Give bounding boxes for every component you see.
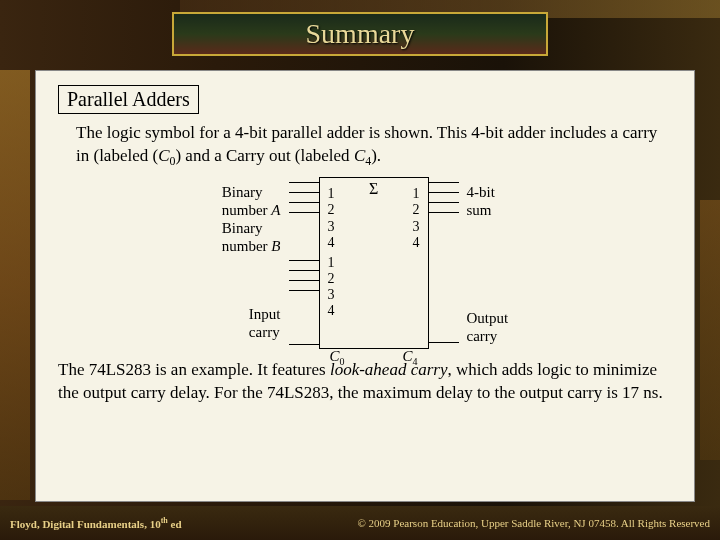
pin-a3: 3 [328,219,335,235]
pin-s2: 2 [413,202,420,218]
c0-label: C0 [330,348,345,367]
c0-c: C [330,348,340,364]
c0-s: 0 [340,356,345,367]
pin-b3: 3 [328,287,335,303]
pins-left: 1 2 3 4 1 2 3 4 [328,186,335,344]
p1-c4-c: C [354,146,365,165]
label-a-italic: A [271,202,280,218]
pin-b4: 4 [328,303,335,319]
p1-c0-c: C [158,146,169,165]
label-sum-line1: 4-bit [467,184,495,200]
c4-c: C [403,348,413,364]
pin-a2: 2 [328,202,335,218]
label-a-line1: Binary [222,184,263,200]
pin-b2: 2 [328,271,335,287]
label-b-line1: Binary [222,220,263,236]
label-cout-line1: Output [467,310,509,326]
pin-s3: 3 [413,219,420,235]
p1-text-b: ) and a Carry out (labeled [175,146,353,165]
adder-block: Σ 1 2 3 4 1 2 3 4 1 2 3 4 [319,177,429,349]
label-a-line2: number [222,202,272,218]
title-bar: Summary [172,12,548,56]
label-sum: 4-bit sum [467,183,495,219]
label-binary-a: Binary number A [222,183,281,219]
diagram-left-labels: Binary number A Binary number B Input ca… [222,177,281,349]
page-title: Summary [306,18,415,50]
diagram-right-labels: 4-bit sum Output carry [467,177,509,349]
footer-right: © 2009 Pearson Education, Upper Saddle R… [357,517,710,529]
content-panel: Parallel Adders The logic symbol for a 4… [35,70,695,502]
adder-diagram: Binary number A Binary number B Input ca… [58,177,672,349]
c4-s: 4 [413,356,418,367]
wires-right [429,177,459,349]
pins-right: 1 2 3 4 [413,186,420,344]
footer-sup: th [161,516,168,525]
label-cout-line2: carry [467,328,498,344]
p2-text-a: The 74LS283 is an example. It features [58,360,330,379]
label-output-carry: Output carry [467,309,509,347]
footer-bar: Floyd, Digital Fundamentals, 10th ed © 2… [0,506,720,540]
sigma-label: Σ [320,180,428,198]
label-b-line2: number [222,238,272,254]
label-sum-line2: sum [467,202,492,218]
label-b-italic: B [271,238,280,254]
pin-a4: 4 [328,235,335,251]
paragraph-1: The logic symbol for a 4-bit parallel ad… [58,122,672,169]
p1-text-c: ). [371,146,381,165]
label-binary-b: Binary number B [222,219,281,255]
wires-left [289,177,319,349]
footer-book: Floyd, Digital Fundamentals, 10 [10,518,161,530]
label-input-carry: Input carry [249,305,281,343]
pin-s4: 4 [413,235,420,251]
pin-b1: 1 [328,255,335,271]
footer-left: Floyd, Digital Fundamentals, 10th ed [10,516,182,530]
footer-ed: ed [168,518,182,530]
label-cin-line2: carry [249,324,280,340]
section-heading: Parallel Adders [58,85,199,114]
label-cin-line1: Input [249,306,281,322]
c4-label: C4 [403,348,418,367]
carry-row: C0 C4 [328,344,420,369]
